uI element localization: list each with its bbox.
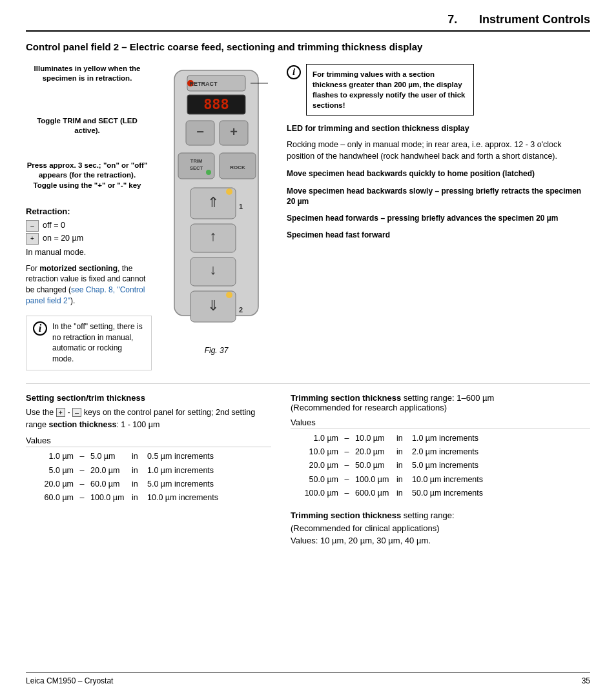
chapter-title: 7.	[447, 13, 457, 26]
footer-left: Leica CM1950 – Cryostat	[26, 676, 113, 685]
motorized-text: For motorized sectioning, the retraction…	[26, 263, 155, 307]
trimming-range-text: Trimming section thickness setting range…	[291, 393, 590, 412]
retraction-off-text: off = 0	[43, 220, 65, 231]
info-box-left-text: In the "off" setting, there is no retrac…	[52, 321, 145, 365]
device-svg: RETRACT 888 − + TRIM SECT ROCK	[155, 64, 268, 341]
svg-text:ROCK: ROCK	[230, 165, 245, 170]
annotation-press: Press approx. 3 sec.; "on" or "off" appe…	[26, 161, 155, 191]
svg-text:TRIM: TRIM	[190, 158, 202, 164]
clinical-text: Trimming section thickness setting range…	[291, 509, 590, 547]
svg-text:⇓: ⇓	[207, 298, 219, 314]
info-box-left: i In the "off" setting, there is no retr…	[26, 316, 152, 370]
chap-link[interactable]: see Chap. 8, "Control panel field 2"	[26, 285, 145, 305]
svg-point-17	[226, 188, 232, 195]
svg-text:RETRACT: RETRACT	[190, 81, 218, 87]
svg-point-25	[226, 292, 232, 298]
values-title-right: Values	[291, 418, 590, 429]
section-title: Control panel field 2 – Electric coarse …	[26, 41, 590, 54]
bottom-section: Setting section/trim thickness Use the +…	[26, 383, 590, 547]
annotation-illuminate: Illuminates in yellow when the specimen …	[26, 64, 155, 84]
page-footer: Leica CM1950 – Cryostat 35	[26, 672, 590, 685]
trimming-info-box: For trimming values with a section thick…	[306, 64, 474, 116]
values-table-right: Values 1.0 µm–10.0 µmin1.0 µm increments…	[291, 418, 590, 500]
svg-text:↑: ↑	[210, 228, 217, 244]
values-table-left: Values 1.0 µm–5.0 µmin0.5 µm increments …	[26, 436, 271, 505]
retraction-label: Retraction:	[26, 207, 70, 216]
svg-text:+: +	[230, 125, 238, 139]
setting-section-title: Setting section/trim thickness	[26, 393, 271, 403]
svg-text:SECT: SECT	[190, 165, 203, 171]
svg-text:888: 888	[203, 96, 229, 112]
plus-button: +	[26, 233, 39, 245]
right-annotations-area: i For trimming values with a section thi…	[278, 64, 590, 370]
svg-text:−: −	[196, 125, 204, 139]
svg-point-13	[206, 170, 211, 175]
bottom-left: Setting section/trim thickness Use the +…	[26, 393, 271, 547]
svg-text:2: 2	[239, 306, 243, 314]
value-rows-left: 1.0 µm–5.0 µmin0.5 µm increments 5.0 µm–…	[26, 450, 271, 505]
specimen-forward-text: Specimen head forwards – pressing briefl…	[287, 213, 590, 223]
svg-text:↓: ↓	[210, 261, 217, 278]
move-back-slowly-text: Move specimen head backwards slowly – pr…	[287, 186, 590, 207]
device-diagram-area: RETRACT 888 − + TRIM SECT ROCK	[155, 64, 278, 370]
bottom-right: Trimming section thickness setting range…	[291, 393, 590, 547]
minus-button: –	[26, 220, 39, 232]
svg-text:1: 1	[239, 203, 243, 210]
svg-text:⇑: ⇑	[207, 194, 219, 210]
retraction-on-text: on = 20 µm	[43, 233, 83, 244]
info-icon-left: i	[33, 321, 47, 336]
chapter-title-text: Instrument Controls	[479, 13, 590, 26]
specimen-fast-text: Specimen head fast forward	[287, 230, 590, 240]
setting-description: Use the + - – keys on the control panel …	[26, 407, 271, 431]
page-header: 7. Instrument Controls	[26, 13, 590, 32]
fig-label: Fig. 37	[155, 346, 278, 355]
rocking-mode-text: Rocking mode – only in manual mode; in r…	[287, 139, 590, 162]
info-icon-right: i	[287, 65, 301, 79]
page: 7. Instrument Controls Control panel fie…	[0, 0, 616, 697]
led-label: LED for trimming and section thickness d…	[287, 123, 590, 135]
footer-right: 35	[582, 676, 590, 685]
manual-mode-text: In manual mode.	[26, 247, 155, 258]
values-title-left: Values	[26, 436, 271, 447]
annotation-toggle: Toggle TRIM and SECT (LED active).	[26, 116, 155, 136]
move-back-quickly-text: Move specimen head backwards quickly to …	[287, 168, 590, 179]
value-rows-right: 1.0 µm–10.0 µmin1.0 µm increments 10.0 µ…	[291, 432, 590, 500]
